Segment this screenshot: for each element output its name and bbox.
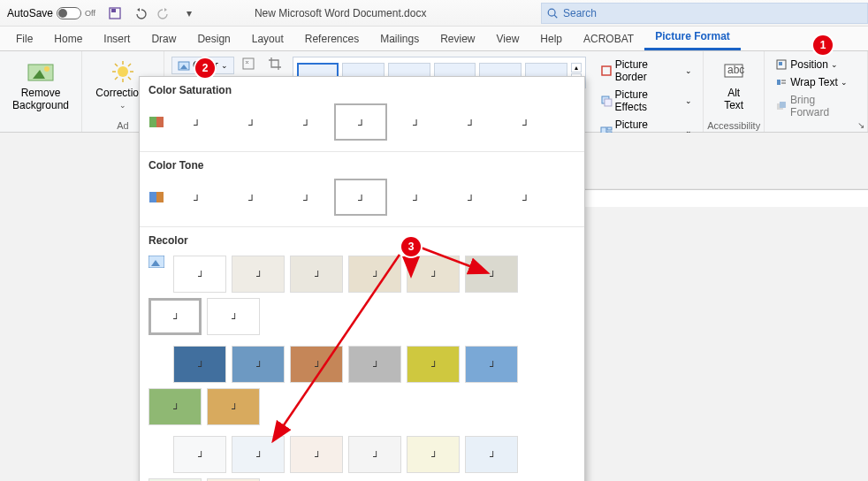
tone-option[interactable]: ⅃ (170, 179, 223, 216)
tab-design[interactable]: Design (187, 29, 240, 50)
tone-option[interactable]: ⅃ (225, 179, 278, 216)
recolor-option[interactable]: ⅃ (348, 256, 401, 293)
search-box[interactable]: Search (541, 3, 868, 24)
svg-line-14 (115, 77, 118, 80)
svg-rect-33 (780, 102, 786, 108)
recolor-option[interactable]: ⅃ (148, 298, 202, 335)
recolor-option[interactable]: ⅃ (465, 346, 518, 383)
recolor-option[interactable]: ⅃ (290, 436, 343, 473)
recolor-option[interactable]: ⅃ (407, 256, 460, 293)
saturation-section: Color Saturation ⅃ ⅃ ⅃ ⅃ ⅃ ⅃ ⅃ (140, 77, 584, 152)
recolor-option[interactable]: ⅃ (207, 298, 260, 335)
tone-option[interactable]: ⅃ (389, 179, 442, 216)
remove-background-button[interactable]: Remove Background (9, 55, 72, 111)
tab-layout[interactable]: Layout (241, 29, 294, 50)
svg-rect-29 (777, 80, 780, 85)
recolor-option[interactable]: ⅃ (465, 436, 518, 473)
svg-rect-1 (111, 9, 116, 12)
saturation-option[interactable]: ⅃ (389, 103, 442, 141)
tab-acrobat[interactable]: ACROBAT (573, 29, 644, 50)
recolor-option[interactable]: ⅃ (148, 388, 202, 425)
saturation-option[interactable]: ⅃ (225, 103, 278, 141)
color-icon (178, 59, 190, 72)
bring-forward-button[interactable]: Bring Forward (770, 92, 862, 120)
wrap-icon (775, 76, 788, 88)
toggle-off-icon[interactable] (57, 7, 81, 19)
dialog-launcher-icon[interactable]: ↘ (857, 120, 864, 130)
recolor-option[interactable]: ⅃ (290, 346, 343, 383)
tab-mailings[interactable]: Mailings (369, 29, 430, 50)
recolor-option[interactable]: ⅃ (465, 256, 518, 293)
color-dropdown: Color Saturation ⅃ ⅃ ⅃ ⅃ ⅃ ⅃ ⅃ Color Ton… (139, 76, 585, 481)
qat-dropdown-icon[interactable]: ▾ (181, 5, 197, 21)
tab-picture-format[interactable]: Picture Format (644, 27, 741, 50)
save-icon[interactable] (107, 5, 123, 21)
recolor-option[interactable]: ⅃ (407, 346, 460, 383)
position-button[interactable]: Position⌄ (770, 57, 862, 73)
saturation-row: ⅃ ⅃ ⅃ ⅃ ⅃ ⅃ ⅃ (140, 102, 584, 142)
svg-rect-23 (607, 127, 612, 130)
tone-option[interactable]: ⅃ (279, 179, 332, 216)
recolor-option[interactable]: ⅃ (232, 436, 285, 473)
gallery-up-icon[interactable]: ▴ (571, 63, 582, 73)
saturation-header: Color Saturation (140, 77, 584, 102)
tab-home[interactable]: Home (43, 29, 93, 50)
svg-line-13 (128, 77, 131, 80)
effects-icon (600, 95, 613, 107)
recolor-option[interactable]: ⅃ (290, 256, 343, 293)
tab-view[interactable]: View (486, 29, 530, 50)
recolor-option[interactable]: ⅃ (348, 436, 401, 473)
tab-help[interactable]: Help (529, 29, 573, 50)
saturation-option[interactable]: ⅃ (279, 103, 332, 141)
picture-effects-button[interactable]: Picture Effects⌄ (595, 87, 698, 115)
wrap-text-button[interactable]: Wrap Text⌄ (770, 74, 862, 90)
accessibility-group-label: Accessibility (704, 120, 764, 131)
tone-section: Color Tone ⅃ ⅃ ⅃ ⅃ ⅃ ⅃ ⅃ (140, 152, 584, 227)
picture-border-button[interactable]: Picture Border⌄ (595, 57, 698, 85)
autosave-state: Off (85, 9, 95, 18)
tone-option[interactable]: ⅃ (444, 179, 497, 216)
search-placeholder: Search (563, 7, 597, 19)
svg-rect-34 (149, 117, 156, 127)
recolor-option[interactable]: ⅃ (173, 256, 226, 293)
recolor-option[interactable]: ⅃ (407, 436, 460, 473)
recolor-option[interactable]: ⅃ (173, 436, 226, 473)
recolor-option[interactable]: ⅃ (173, 346, 226, 383)
redo-icon[interactable] (156, 5, 172, 21)
tone-option[interactable]: ⅃ (334, 179, 387, 216)
tone-header: Color Tone (140, 152, 584, 177)
document-title: New Microsoft Word Document.docx (255, 7, 427, 19)
ribbon-tabs: FileHomeInsertDrawDesignLayoutReferences… (0, 27, 868, 51)
tab-file[interactable]: File (5, 29, 43, 50)
annotation-badge-3: 3 (401, 237, 421, 256)
recolor-option[interactable]: ⅃ (207, 388, 260, 425)
bring-forward-label: Bring Forward (790, 94, 857, 118)
alt-text-button[interactable]: abc Alt Text (712, 55, 755, 111)
svg-line-15 (128, 64, 131, 66)
group-accessibility: abc Alt Text Accessibility (704, 51, 765, 132)
svg-rect-37 (156, 192, 164, 202)
crop-icon[interactable] (268, 57, 282, 74)
position-icon (775, 58, 788, 71)
tab-insert[interactable]: Insert (93, 29, 141, 50)
alt-text-icon: abc (720, 58, 747, 85)
recolor-option[interactable]: ⅃ (232, 346, 285, 383)
saturation-option[interactable]: ⅃ (334, 103, 387, 141)
wrap-text-label: Wrap Text (790, 76, 838, 88)
autosave-toggle[interactable]: AutoSave Off (0, 7, 103, 19)
saturation-option[interactable]: ⅃ (499, 103, 552, 141)
undo-icon[interactable] (132, 5, 148, 21)
tab-review[interactable]: Review (430, 29, 485, 50)
saturation-option[interactable]: ⅃ (170, 103, 223, 141)
recolor-option[interactable]: ⅃ (232, 256, 285, 293)
svg-point-6 (44, 66, 49, 72)
tab-references[interactable]: References (294, 29, 369, 50)
recolor-lead-icon (148, 256, 166, 273)
remove-background-label: Remove Background (12, 87, 69, 111)
saturation-option[interactable]: ⅃ (444, 103, 497, 141)
compress-icon[interactable] (241, 57, 255, 74)
recolor-option[interactable]: ⅃ (348, 346, 401, 383)
tone-option[interactable]: ⅃ (499, 179, 552, 216)
svg-rect-28 (779, 62, 782, 65)
tab-draw[interactable]: Draw (141, 29, 187, 50)
